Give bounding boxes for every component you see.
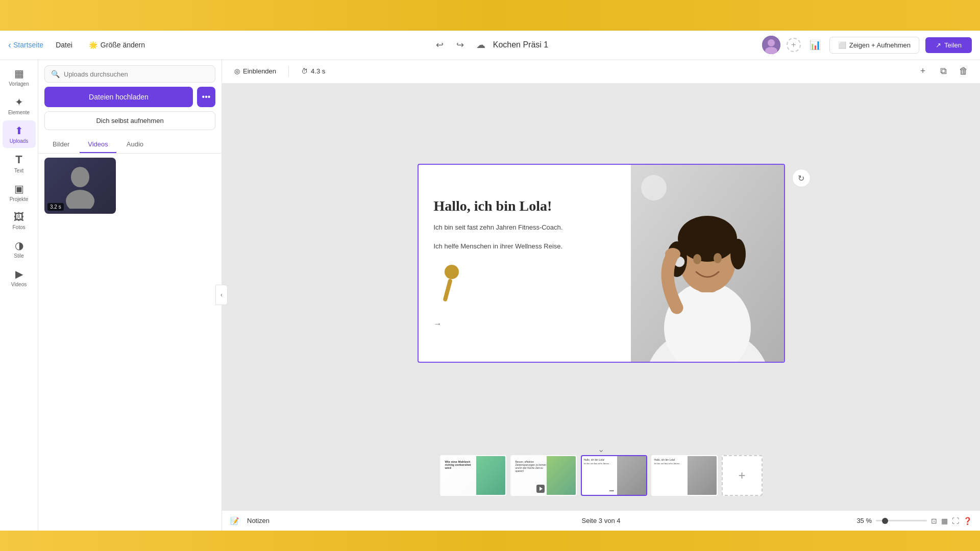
duration-control[interactable]: ⏱ 4.3 s — [297, 65, 329, 77]
slide-4-text: Hallo, ich bin Lola! Ich bin seit fast z… — [654, 458, 690, 465]
canvas-bottom: ⌄ Wie eine Mahlzeit richtig vorbereitet … — [222, 443, 980, 510]
slide-2-text: Besser, effektive Zeiteinsparungen zu le… — [513, 458, 549, 474]
undo-button[interactable]: ↩ — [432, 37, 448, 53]
present-icon: ⬜ — [838, 41, 846, 49]
redo-button[interactable]: ↪ — [452, 37, 469, 53]
analytics-button[interactable]: 📊 — [807, 37, 823, 53]
help-icon[interactable]: ❓ — [963, 517, 972, 525]
slide-thumb-2[interactable]: Besser, effektive Zeiteinsparungen zu le… — [510, 455, 577, 496]
refresh-button[interactable]: ↻ — [792, 169, 811, 187]
svg-point-3 — [71, 167, 89, 187]
slide-thumb-3[interactable]: Hallo, ich bin Lola! Ich bin seit fast z… — [581, 455, 647, 496]
share-icon: ↗ — [936, 41, 941, 49]
animation-button[interactable]: ◎ Einblenden — [230, 65, 280, 77]
text-icon: T — [15, 153, 22, 166]
self-record-button[interactable]: Dich selbst aufnehmen — [44, 111, 215, 130]
sidebar-item-uploads[interactable]: ⬆ Uploads — [3, 120, 36, 148]
uploads-label: Uploads — [10, 138, 29, 144]
deco-circle — [641, 175, 667, 201]
status-right: 35 % ⊡ ▦ ⛶ ❓ — [730, 517, 972, 525]
canvas-toolbar: ◎ Einblenden ⏱ 4.3 s + ⧉ 🗑 — [222, 59, 980, 84]
back-button[interactable]: ‹ Startseite — [8, 40, 43, 51]
svg-point-4 — [66, 190, 94, 209]
videos-icon: ▶ — [15, 268, 23, 280]
sidebar-item-fotos[interactable]: 🖼 Fotos — [3, 207, 36, 234]
fit-screen-icon[interactable]: ⊡ — [931, 517, 937, 525]
clock-icon: ⏱ — [301, 67, 308, 75]
delete-button[interactable]: 🗑 — [955, 63, 972, 80]
slide-thumb-inner-4: Hallo, ich bin Lola! Ich bin seit fast z… — [652, 456, 717, 495]
slide-thumb-inner-1: Wie eine Mahlzeit richtig vorbereitet wi… — [441, 456, 505, 495]
tab-audio[interactable]: Audio — [118, 136, 152, 153]
panel-search-area: 🔍 — [38, 59, 222, 87]
sidebar-item-vorlagen[interactable]: ▦ Vorlagen — [3, 63, 36, 91]
toolbar-right: + ⧉ 🗑 — [915, 63, 972, 80]
grid-view-icon[interactable]: ▦ — [941, 517, 948, 525]
sidebar-item-elemente[interactable]: ✦ Elemente — [3, 92, 36, 119]
tab-videos[interactable]: Videos — [80, 136, 116, 153]
filmstrip: Wie eine Mahlzeit richtig vorbereitet wi… — [432, 455, 771, 506]
fullscreen-icon[interactable]: ⛶ — [952, 517, 959, 525]
slide-arrow: → — [434, 319, 616, 329]
svg-point-16 — [693, 254, 701, 264]
upload-button-row: Dateien hochladen ••• — [44, 87, 215, 107]
toolbar-separator — [288, 66, 289, 77]
zoom-slider[interactable] — [876, 520, 927, 521]
main-layout: ▦ Vorlagen ✦ Elemente ⬆ Uploads T Text ▣… — [0, 59, 980, 531]
svg-point-19 — [665, 248, 680, 260]
video-duration: 3.2 s — [47, 203, 64, 211]
present-button[interactable]: ⬜ Zeigen + Aufnehmen — [829, 37, 919, 54]
status-center: Seite 3 von 4 — [480, 517, 722, 524]
header-right: + 📊 ⬜ Zeigen + Aufnehmen ↗ Teilen — [734, 36, 972, 54]
slide-thumb-wrap-4: Hallo, ich bin Lola! Ich bin seit fast z… — [651, 455, 718, 506]
header-left: ‹ Startseite Datei 🌟 Größe ändern — [8, 39, 246, 51]
vorlagen-icon: ▦ — [14, 67, 24, 80]
slide-photo — [631, 165, 784, 362]
upload-files-button[interactable]: Dateien hochladen — [44, 87, 193, 107]
top-background — [0, 0, 980, 31]
slide-thumb-1[interactable]: Wie eine Mahlzeit richtig vorbereitet wi… — [440, 455, 506, 496]
save-cloud-button[interactable]: ☁ — [473, 37, 489, 53]
media-grid: 3.2 s — [38, 154, 222, 531]
animation-label: Einblenden — [243, 67, 276, 75]
sidebar-item-projekte[interactable]: ▣ Projekte — [3, 179, 36, 206]
slide-thumb-wrap-add: + — [722, 455, 763, 506]
projekte-label: Projekte — [10, 196, 29, 202]
status-left: 📝 Notizen — [230, 517, 472, 525]
copy-button[interactable]: ⧉ — [935, 63, 951, 80]
video-thumbnail[interactable]: 3.2 s — [44, 158, 116, 214]
add-collaborator-button[interactable]: + — [787, 38, 801, 52]
canvas-area: ◎ Einblenden ⏱ 4.3 s + ⧉ 🗑 ↻ — [222, 59, 980, 531]
collapse-filmstrip-button[interactable]: ⌄ — [598, 443, 604, 455]
zoom-level: 35 % — [856, 517, 872, 524]
vorlagen-label: Vorlagen — [9, 81, 29, 87]
slide-thumb-4[interactable]: Hallo, ich bin Lola! Ich bin seit fast z… — [651, 455, 718, 496]
sidebar-item-videos[interactable]: ▶ Videos — [3, 264, 36, 291]
slide-title: Hallo, ich bin Lola! — [434, 198, 616, 214]
slide-main[interactable]: Hallo, ich bin Lola! Ich bin seit fast z… — [418, 164, 785, 363]
sidebar-item-stile[interactable]: ◑ Stile — [3, 235, 36, 263]
share-button[interactable]: ↗ Teilen — [925, 37, 972, 53]
search-icon: 🔍 — [51, 70, 60, 78]
search-input[interactable] — [64, 70, 209, 78]
panel-collapse-button[interactable]: ‹ — [215, 285, 228, 305]
stile-icon: ◑ — [15, 239, 23, 252]
sidebar: ▦ Vorlagen ✦ Elemente ⬆ Uploads T Text ▣… — [0, 59, 38, 531]
slide-thumb-wrap-1: Wie eine Mahlzeit richtig vorbereitet wi… — [440, 455, 506, 506]
file-menu[interactable]: Datei — [52, 39, 77, 51]
add-element-button[interactable]: + — [915, 63, 931, 80]
slide-3-image — [617, 456, 646, 495]
back-label: Startseite — [13, 41, 43, 49]
sidebar-item-text[interactable]: T Text — [3, 149, 36, 178]
fotos-label: Fotos — [12, 224, 25, 230]
document-title[interactable]: Kochen Präsi 1 — [493, 40, 549, 49]
tab-bilder[interactable]: Bilder — [44, 136, 78, 153]
upload-more-options-button[interactable]: ••• — [197, 87, 215, 107]
header: ‹ Startseite Datei 🌟 Größe ändern ↩ ↪ ☁ … — [0, 31, 980, 59]
duration-value: 4.3 s — [311, 67, 325, 75]
add-slide-button[interactable]: + — [722, 455, 763, 496]
slide-image-right — [631, 165, 784, 362]
notes-label[interactable]: Notizen — [247, 517, 270, 524]
user-avatar[interactable] — [762, 36, 780, 54]
resize-button[interactable]: 🌟 Größe ändern — [85, 39, 149, 51]
